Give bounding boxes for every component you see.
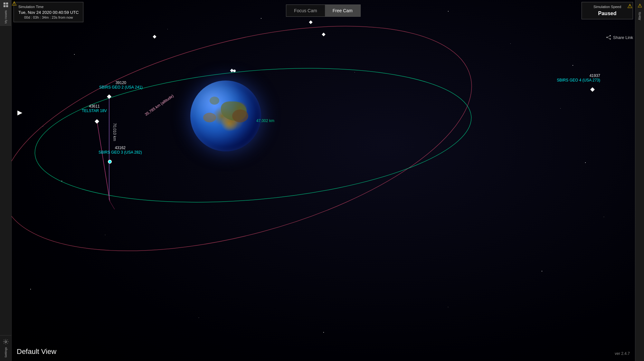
alerts-label: Alerts: [638, 12, 641, 20]
version-label: ver 2.4.7: [615, 351, 630, 356]
cursor-arrow: ▶: [17, 109, 22, 116]
share-icon: [606, 35, 611, 40]
alert-warning-icon: ⚠: [638, 3, 642, 9]
sim-time-value: Tue, Nov 24 2020 00:40:59 UTC: [18, 10, 79, 15]
sim-time-label: Simulation Time: [18, 5, 79, 9]
view-name-label: Default View: [17, 347, 56, 356]
settings-icon: [3, 339, 9, 345]
svg-point-4: [5, 341, 6, 343]
svg-point-11: [606, 37, 608, 38]
svg-line-13: [608, 36, 610, 37]
sim-speed-label: Simulation Speed: [586, 5, 628, 9]
sidebar-item-settings-label: Settings: [4, 347, 7, 358]
simulation-time-panel: Simulation Time Tue, Nov 24 2020 00:40:5…: [14, 2, 83, 22]
warning-triangle-icon-right: ⚠: [627, 3, 632, 9]
svg-point-10: [610, 35, 611, 36]
share-link-label: Share Link: [613, 35, 633, 40]
svg-rect-3: [6, 5, 8, 7]
svg-rect-2: [3, 5, 5, 7]
simulation-speed-panel: Simulation Speed Paused: [582, 2, 633, 19]
alert-icon-topleft[interactable]: ⚠: [12, 0, 17, 7]
svg-line-14: [608, 38, 610, 39]
camera-mode-buttons: Focus Cam Free Cam: [286, 5, 361, 17]
earth-globe: [190, 81, 261, 151]
sim-speed-value: Paused: [586, 11, 628, 16]
svg-point-12: [610, 38, 611, 40]
free-cam-button[interactable]: Free Cam: [325, 5, 360, 16]
sim-time-from-now: 00d : 03h : 34m : 23s from now: [18, 15, 79, 19]
right-sidebar-alerts: ⚠ Alerts: [635, 0, 644, 361]
main-viewport: 39120 SBIRS GEO 2 (USA 241) 43611 TELSTA…: [12, 0, 635, 361]
sidebar-item-settings[interactable]: Settings: [0, 335, 12, 361]
focus-cam-button[interactable]: Focus Cam: [286, 5, 325, 16]
orbit-marker-1: [233, 70, 236, 72]
warning-triangle-icon: ⚠: [12, 0, 17, 7]
satellite-dot-43162[interactable]: [108, 160, 112, 164]
svg-rect-1: [6, 3, 8, 5]
share-link-button[interactable]: Share Link: [606, 35, 633, 40]
space-background: [12, 0, 635, 361]
sidebar-item-my-assets[interactable]: My Assets: [0, 0, 12, 26]
left-sidebar: My Assets Settings: [0, 0, 12, 361]
svg-rect-0: [3, 3, 5, 5]
assets-icon: [3, 2, 9, 8]
alert-icon-topright[interactable]: ⚠: [627, 3, 632, 10]
sidebar-item-assets-label: My Assets: [4, 10, 7, 24]
